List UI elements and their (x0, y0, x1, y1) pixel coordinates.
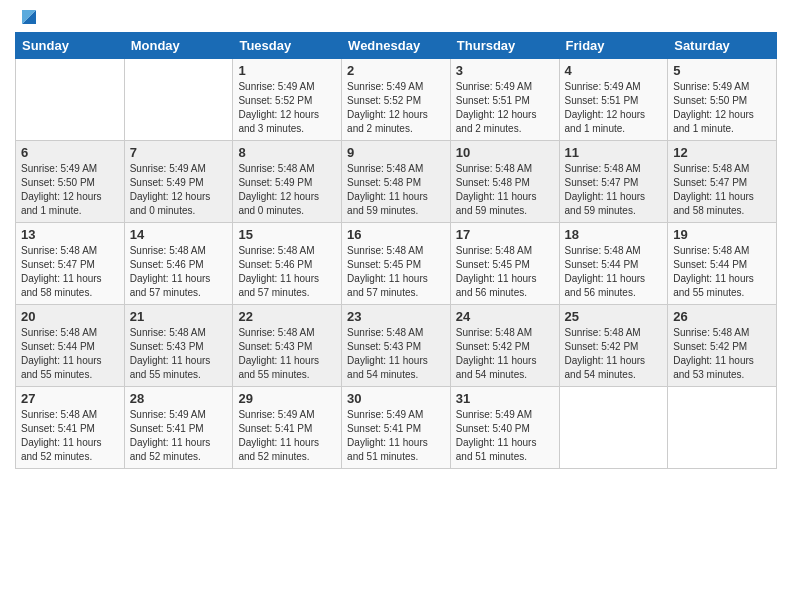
day-number: 25 (565, 309, 663, 324)
day-info: Sunrise: 5:49 AM Sunset: 5:50 PM Dayligh… (21, 162, 119, 218)
day-number: 15 (238, 227, 336, 242)
day-info: Sunrise: 5:48 AM Sunset: 5:48 PM Dayligh… (456, 162, 554, 218)
day-number: 23 (347, 309, 445, 324)
calendar-cell (124, 59, 233, 141)
day-number: 24 (456, 309, 554, 324)
calendar-cell: 9Sunrise: 5:48 AM Sunset: 5:48 PM Daylig… (342, 141, 451, 223)
day-info: Sunrise: 5:48 AM Sunset: 5:47 PM Dayligh… (673, 162, 771, 218)
day-info: Sunrise: 5:48 AM Sunset: 5:41 PM Dayligh… (21, 408, 119, 464)
day-number: 29 (238, 391, 336, 406)
day-info: Sunrise: 5:48 AM Sunset: 5:49 PM Dayligh… (238, 162, 336, 218)
day-number: 4 (565, 63, 663, 78)
day-number: 10 (456, 145, 554, 160)
day-info: Sunrise: 5:48 AM Sunset: 5:45 PM Dayligh… (456, 244, 554, 300)
day-number: 12 (673, 145, 771, 160)
day-number: 3 (456, 63, 554, 78)
calendar-cell: 22Sunrise: 5:48 AM Sunset: 5:43 PM Dayli… (233, 305, 342, 387)
day-number: 21 (130, 309, 228, 324)
calendar-cell: 4Sunrise: 5:49 AM Sunset: 5:51 PM Daylig… (559, 59, 668, 141)
calendar-cell (559, 387, 668, 469)
day-info: Sunrise: 5:48 AM Sunset: 5:44 PM Dayligh… (673, 244, 771, 300)
day-info: Sunrise: 5:49 AM Sunset: 5:52 PM Dayligh… (238, 80, 336, 136)
day-info: Sunrise: 5:48 AM Sunset: 5:45 PM Dayligh… (347, 244, 445, 300)
day-info: Sunrise: 5:49 AM Sunset: 5:51 PM Dayligh… (456, 80, 554, 136)
day-info: Sunrise: 5:49 AM Sunset: 5:52 PM Dayligh… (347, 80, 445, 136)
calendar-cell: 23Sunrise: 5:48 AM Sunset: 5:43 PM Dayli… (342, 305, 451, 387)
day-number: 30 (347, 391, 445, 406)
day-info: Sunrise: 5:48 AM Sunset: 5:46 PM Dayligh… (238, 244, 336, 300)
calendar-cell: 1Sunrise: 5:49 AM Sunset: 5:52 PM Daylig… (233, 59, 342, 141)
logo (15, 10, 40, 24)
day-number: 17 (456, 227, 554, 242)
calendar-cell: 7Sunrise: 5:49 AM Sunset: 5:49 PM Daylig… (124, 141, 233, 223)
day-info: Sunrise: 5:48 AM Sunset: 5:46 PM Dayligh… (130, 244, 228, 300)
day-number: 16 (347, 227, 445, 242)
weekday-saturday: Saturday (668, 33, 777, 59)
day-info: Sunrise: 5:48 AM Sunset: 5:44 PM Dayligh… (21, 326, 119, 382)
day-number: 31 (456, 391, 554, 406)
day-number: 26 (673, 309, 771, 324)
day-number: 20 (21, 309, 119, 324)
weekday-thursday: Thursday (450, 33, 559, 59)
calendar-cell: 28Sunrise: 5:49 AM Sunset: 5:41 PM Dayli… (124, 387, 233, 469)
calendar-cell: 18Sunrise: 5:48 AM Sunset: 5:44 PM Dayli… (559, 223, 668, 305)
weekday-friday: Friday (559, 33, 668, 59)
day-number: 18 (565, 227, 663, 242)
day-number: 6 (21, 145, 119, 160)
week-row-4: 20Sunrise: 5:48 AM Sunset: 5:44 PM Dayli… (16, 305, 777, 387)
week-row-2: 6Sunrise: 5:49 AM Sunset: 5:50 PM Daylig… (16, 141, 777, 223)
day-info: Sunrise: 5:48 AM Sunset: 5:42 PM Dayligh… (456, 326, 554, 382)
weekday-header-row: SundayMondayTuesdayWednesdayThursdayFrid… (16, 33, 777, 59)
calendar-cell: 29Sunrise: 5:49 AM Sunset: 5:41 PM Dayli… (233, 387, 342, 469)
day-info: Sunrise: 5:49 AM Sunset: 5:49 PM Dayligh… (130, 162, 228, 218)
calendar-cell: 12Sunrise: 5:48 AM Sunset: 5:47 PM Dayli… (668, 141, 777, 223)
calendar-cell: 25Sunrise: 5:48 AM Sunset: 5:42 PM Dayli… (559, 305, 668, 387)
day-info: Sunrise: 5:48 AM Sunset: 5:43 PM Dayligh… (347, 326, 445, 382)
calendar-cell: 8Sunrise: 5:48 AM Sunset: 5:49 PM Daylig… (233, 141, 342, 223)
calendar-table: SundayMondayTuesdayWednesdayThursdayFrid… (15, 32, 777, 469)
weekday-sunday: Sunday (16, 33, 125, 59)
day-info: Sunrise: 5:49 AM Sunset: 5:41 PM Dayligh… (238, 408, 336, 464)
calendar-cell: 20Sunrise: 5:48 AM Sunset: 5:44 PM Dayli… (16, 305, 125, 387)
day-number: 11 (565, 145, 663, 160)
day-info: Sunrise: 5:48 AM Sunset: 5:43 PM Dayligh… (238, 326, 336, 382)
calendar-cell: 17Sunrise: 5:48 AM Sunset: 5:45 PM Dayli… (450, 223, 559, 305)
header (15, 10, 777, 24)
week-row-5: 27Sunrise: 5:48 AM Sunset: 5:41 PM Dayli… (16, 387, 777, 469)
day-number: 7 (130, 145, 228, 160)
calendar-cell: 24Sunrise: 5:48 AM Sunset: 5:42 PM Dayli… (450, 305, 559, 387)
weekday-monday: Monday (124, 33, 233, 59)
day-number: 14 (130, 227, 228, 242)
day-info: Sunrise: 5:48 AM Sunset: 5:42 PM Dayligh… (673, 326, 771, 382)
weekday-wednesday: Wednesday (342, 33, 451, 59)
logo-icon (18, 6, 40, 28)
day-number: 9 (347, 145, 445, 160)
day-info: Sunrise: 5:49 AM Sunset: 5:51 PM Dayligh… (565, 80, 663, 136)
day-number: 5 (673, 63, 771, 78)
calendar-cell: 15Sunrise: 5:48 AM Sunset: 5:46 PM Dayli… (233, 223, 342, 305)
calendar-cell: 3Sunrise: 5:49 AM Sunset: 5:51 PM Daylig… (450, 59, 559, 141)
calendar-cell: 10Sunrise: 5:48 AM Sunset: 5:48 PM Dayli… (450, 141, 559, 223)
calendar-cell: 5Sunrise: 5:49 AM Sunset: 5:50 PM Daylig… (668, 59, 777, 141)
day-info: Sunrise: 5:48 AM Sunset: 5:48 PM Dayligh… (347, 162, 445, 218)
calendar-cell: 11Sunrise: 5:48 AM Sunset: 5:47 PM Dayli… (559, 141, 668, 223)
calendar-cell: 14Sunrise: 5:48 AM Sunset: 5:46 PM Dayli… (124, 223, 233, 305)
calendar-cell: 27Sunrise: 5:48 AM Sunset: 5:41 PM Dayli… (16, 387, 125, 469)
day-number: 8 (238, 145, 336, 160)
day-number: 28 (130, 391, 228, 406)
day-number: 22 (238, 309, 336, 324)
week-row-1: 1Sunrise: 5:49 AM Sunset: 5:52 PM Daylig… (16, 59, 777, 141)
day-info: Sunrise: 5:49 AM Sunset: 5:41 PM Dayligh… (347, 408, 445, 464)
day-info: Sunrise: 5:49 AM Sunset: 5:40 PM Dayligh… (456, 408, 554, 464)
calendar-cell: 21Sunrise: 5:48 AM Sunset: 5:43 PM Dayli… (124, 305, 233, 387)
day-number: 13 (21, 227, 119, 242)
day-info: Sunrise: 5:48 AM Sunset: 5:42 PM Dayligh… (565, 326, 663, 382)
day-number: 19 (673, 227, 771, 242)
day-info: Sunrise: 5:49 AM Sunset: 5:50 PM Dayligh… (673, 80, 771, 136)
calendar-cell: 19Sunrise: 5:48 AM Sunset: 5:44 PM Dayli… (668, 223, 777, 305)
page: SundayMondayTuesdayWednesdayThursdayFrid… (0, 0, 792, 612)
calendar-cell (16, 59, 125, 141)
calendar-cell: 31Sunrise: 5:49 AM Sunset: 5:40 PM Dayli… (450, 387, 559, 469)
calendar-cell: 6Sunrise: 5:49 AM Sunset: 5:50 PM Daylig… (16, 141, 125, 223)
week-row-3: 13Sunrise: 5:48 AM Sunset: 5:47 PM Dayli… (16, 223, 777, 305)
